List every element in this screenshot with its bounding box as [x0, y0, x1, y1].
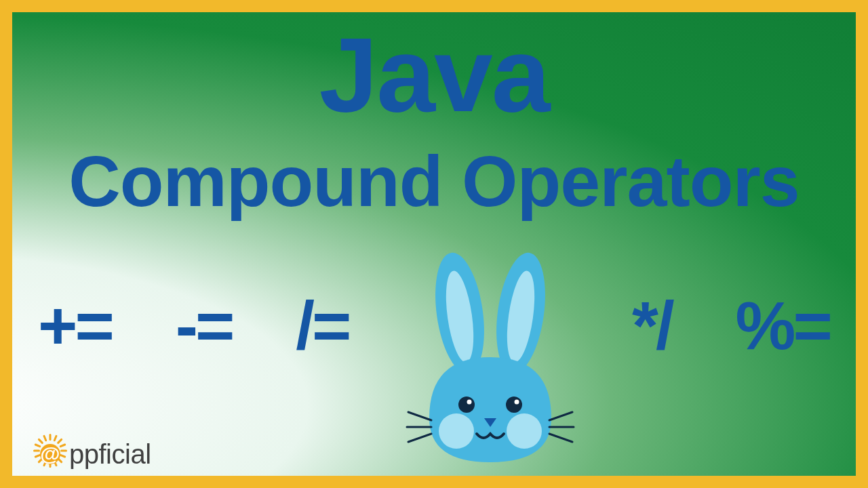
operator-divide-equals: /=: [296, 287, 349, 365]
svg-line-15: [549, 434, 572, 442]
operator-modulo-equals: %=: [736, 287, 830, 365]
title: Java: [319, 22, 549, 127]
rabbit-icon: [406, 252, 575, 469]
operator-plus-equals: +=: [38, 287, 112, 365]
subtitle: Compound Operators: [68, 145, 799, 217]
brand-logo: @ ppficial: [33, 436, 151, 472]
operator-minus-equals: -=: [176, 287, 233, 365]
sun-icon: @: [33, 436, 68, 472]
slide-frame: Java Compound Operators += -= /=: [0, 0, 868, 488]
svg-point-4: [439, 413, 474, 449]
svg-point-7: [506, 396, 522, 413]
operator-times-slash: */: [632, 287, 672, 365]
svg-line-12: [408, 434, 431, 442]
svg-point-6: [458, 396, 475, 413]
operators-row: += -= /=: [38, 230, 830, 420]
rabbit-mascot: [412, 230, 568, 420]
svg-line-13: [549, 412, 572, 420]
svg-point-9: [515, 400, 519, 405]
logo-at-symbol: @: [33, 436, 68, 472]
logo-text: ppficial: [69, 439, 151, 470]
svg-point-5: [507, 413, 542, 449]
svg-point-8: [467, 400, 472, 405]
svg-line-10: [408, 412, 431, 420]
